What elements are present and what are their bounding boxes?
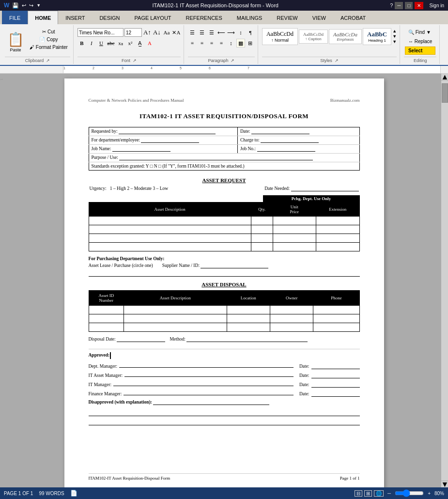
- subscript-button[interactable]: x₂: [116, 39, 125, 47]
- clear-format-btn[interactable]: ✕A: [172, 28, 181, 37]
- indent-button[interactable]: ⟶: [227, 28, 235, 37]
- it-manager-date-field[interactable]: [311, 382, 360, 388]
- select-button[interactable]: Select: [405, 47, 435, 55]
- close-btn[interactable]: ✕: [415, 2, 423, 9]
- numbering-button[interactable]: ☰: [198, 28, 206, 37]
- align-center-button[interactable]: ≡: [198, 39, 206, 47]
- job-name-field[interactable]: [112, 146, 170, 152]
- disp-row3-id[interactable]: [89, 323, 124, 332]
- row1-ext[interactable]: [316, 217, 359, 225]
- disp-row2-desc[interactable]: [124, 314, 227, 323]
- zoom-minus[interactable]: ─: [387, 491, 391, 496]
- sort-button[interactable]: ↕: [236, 28, 245, 37]
- tab-mailings[interactable]: MAILINGS: [230, 11, 270, 24]
- strikethrough-button[interactable]: abc: [107, 39, 115, 47]
- paste-button[interactable]: 📋 Paste: [5, 28, 26, 55]
- tab-acrobat[interactable]: ACROBAT: [333, 11, 373, 24]
- dept-manager-date-field[interactable]: [311, 364, 360, 369]
- shrink-font-btn[interactable]: A↓: [153, 28, 161, 37]
- row3-ext[interactable]: [316, 234, 359, 243]
- zoom-slider[interactable]: [395, 489, 424, 497]
- row3-desc[interactable]: [89, 234, 251, 243]
- tab-page-layout[interactable]: PAGE LAYOUT: [127, 11, 179, 24]
- format-painter-button[interactable]: 🖌 Format Painter: [27, 44, 70, 51]
- quick-access-undo[interactable]: ↩: [22, 2, 26, 9]
- full-screen-icon[interactable]: ⊞: [364, 490, 372, 497]
- row2-price[interactable]: [273, 225, 316, 234]
- replace-button[interactable]: ↔ Replace: [405, 37, 435, 46]
- disapproved-field[interactable]: [153, 400, 269, 405]
- font-size-input[interactable]: [124, 28, 142, 37]
- styles-scroll[interactable]: ▲▼▼: [392, 29, 397, 44]
- bold-button[interactable]: B: [77, 39, 86, 47]
- scroll-down-btn[interactable]: ▼: [441, 481, 448, 487]
- disp-row1-desc[interactable]: [124, 306, 227, 314]
- disp-row3-phone[interactable]: [313, 323, 359, 332]
- row2-qty[interactable]: [251, 225, 273, 234]
- borders-button[interactable]: ⊞: [246, 39, 255, 47]
- disp-row3-desc[interactable]: [124, 323, 227, 332]
- print-layout-icon[interactable]: ⊟: [355, 490, 362, 497]
- font-color-button[interactable]: A: [145, 39, 154, 47]
- row2-ext[interactable]: [316, 225, 359, 234]
- disp-row2-owner[interactable]: [270, 314, 313, 323]
- dept-manager-field[interactable]: [119, 362, 294, 368]
- disp-row3-owner[interactable]: [270, 323, 313, 332]
- disp-row2-loc[interactable]: [227, 314, 270, 323]
- grow-font-btn[interactable]: A↑: [143, 28, 152, 37]
- tab-file[interactable]: FILE: [2, 11, 28, 24]
- zoom-level[interactable]: 80%: [434, 491, 444, 496]
- style-caption[interactable]: AaBbCcDd ↑ Caption: [299, 30, 328, 44]
- disp-row1-phone[interactable]: [313, 306, 359, 314]
- tab-references[interactable]: REFERENCES: [179, 11, 230, 24]
- align-right-button[interactable]: ≡: [207, 39, 216, 47]
- quick-access-redo[interactable]: ↪: [29, 2, 33, 9]
- scroll-up-btn[interactable]: ▲: [441, 74, 448, 80]
- line-spacing-button[interactable]: ↕: [227, 39, 235, 47]
- row4-qty[interactable]: [251, 243, 273, 251]
- justify-button[interactable]: ≡: [217, 39, 226, 47]
- outdent-button[interactable]: ⟵: [217, 28, 226, 37]
- purpose-field[interactable]: [119, 155, 313, 160]
- disp-row3-loc[interactable]: [227, 323, 270, 332]
- supplier-field[interactable]: [201, 263, 268, 268]
- date-needed-field[interactable]: [291, 186, 359, 191]
- row1-qty[interactable]: [251, 217, 273, 225]
- italic-button[interactable]: I: [87, 39, 96, 47]
- shading-button[interactable]: ▩: [236, 39, 245, 47]
- multilevel-list-button[interactable]: ☰: [207, 28, 216, 37]
- layout-icon[interactable]: 📄: [70, 490, 77, 497]
- disposal-date-field[interactable]: [117, 337, 165, 342]
- highlight-button[interactable]: A̲: [136, 39, 144, 47]
- charge-to-field[interactable]: [261, 138, 319, 143]
- tab-home[interactable]: HOME: [28, 11, 58, 24]
- cut-button[interactable]: ✂ Cut: [27, 28, 70, 35]
- align-left-button[interactable]: ≡: [188, 39, 197, 47]
- date-field-1[interactable]: [251, 129, 309, 134]
- bullets-button[interactable]: ☰: [188, 28, 197, 37]
- quick-access-more[interactable]: ▼: [36, 3, 41, 8]
- row1-desc[interactable]: [89, 217, 251, 225]
- row1-price[interactable]: [273, 217, 316, 225]
- sign-in[interactable]: Sign in: [429, 3, 444, 8]
- change-case-btn[interactable]: Aa: [162, 28, 171, 37]
- zoom-plus[interactable]: +: [428, 491, 431, 496]
- show-para-button[interactable]: ¶: [246, 28, 255, 37]
- disp-row2-id[interactable]: [89, 314, 124, 323]
- it-asset-manager-field[interactable]: [124, 371, 294, 377]
- row4-price[interactable]: [273, 243, 316, 251]
- tab-review[interactable]: REVIEW: [269, 11, 305, 24]
- web-layout-icon[interactable]: 🌐: [374, 490, 384, 497]
- font-family-input[interactable]: [77, 28, 124, 37]
- row4-ext[interactable]: [316, 243, 359, 251]
- disp-row2-phone[interactable]: [313, 314, 359, 323]
- it-manager-field[interactable]: [113, 380, 294, 386]
- finance-date-field[interactable]: [311, 391, 360, 397]
- disp-row1-owner[interactable]: [270, 306, 313, 314]
- row3-price[interactable]: [273, 234, 316, 243]
- job-no-field[interactable]: [257, 146, 315, 152]
- row3-qty[interactable]: [251, 234, 273, 243]
- maximize-btn[interactable]: □: [405, 2, 413, 9]
- row2-desc[interactable]: [89, 225, 251, 234]
- quick-access-save[interactable]: 💾: [12, 2, 19, 9]
